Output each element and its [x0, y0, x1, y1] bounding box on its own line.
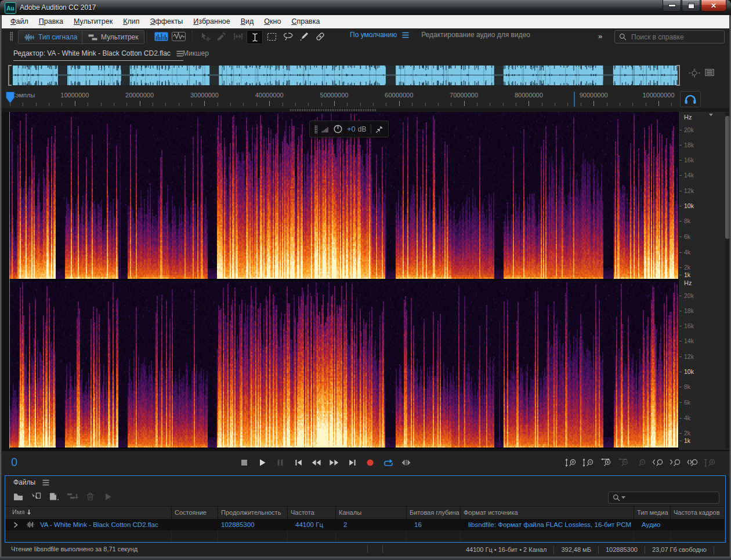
lasso-selection-tool-button[interactable]	[280, 30, 295, 43]
files-search-input[interactable]	[629, 493, 701, 503]
skip-to-start-button[interactable]	[291, 457, 305, 468]
ruler-tick	[412, 103, 412, 106]
overview-zoom-reset-icon[interactable]	[689, 68, 700, 78]
stop-button[interactable]	[237, 457, 251, 468]
import-file-button[interactable]	[31, 492, 41, 501]
horizontal-scrollbar-grip[interactable]	[290, 109, 377, 111]
zoom-in-vertical-button[interactable]	[563, 457, 579, 468]
loop-playback-button[interactable]	[381, 457, 395, 468]
zoom-out-vertical-button[interactable]	[581, 457, 596, 468]
status-audio-format: 44100 Гц • 16-бит • 2 Канал	[466, 546, 547, 553]
frequency-scale-panel[interactable]: Hz20k18k16k14k12k10k8k6k4k2k1k Hz20k18k1…	[678, 112, 730, 450]
file-name[interactable]: VA - White Mink - Black Cotton CD2.flac	[40, 521, 158, 528]
ruler-tick	[49, 103, 49, 106]
column-header-status[interactable]: Состояние	[175, 509, 207, 516]
monitor-toggle-button[interactable]	[680, 91, 701, 107]
column-header-frame-rate[interactable]: Частота кадров	[674, 509, 720, 516]
skip-to-end-button[interactable]	[345, 457, 359, 468]
menu-edit[interactable]: Правка	[34, 15, 68, 28]
column-header-channels[interactable]: Каналы	[339, 509, 361, 516]
hud-gain-value[interactable]: +0	[347, 125, 356, 133]
skip-selection-button[interactable]	[399, 457, 413, 468]
column-header-source-format[interactable]: Формат источника	[464, 509, 518, 516]
insert-into-multitrack-button[interactable]	[67, 492, 78, 501]
zoom-selection-button[interactable]	[685, 457, 701, 468]
rewind-button[interactable]	[309, 457, 323, 468]
zoom-left-edge-button[interactable]	[650, 457, 666, 468]
files-search-box[interactable]	[608, 492, 719, 504]
spot-heal-tool-button[interactable]	[313, 30, 328, 43]
new-item-button[interactable]	[49, 492, 59, 501]
paintbrush-tool-button[interactable]	[296, 30, 312, 43]
tab-mixer[interactable]: Микшер	[183, 49, 209, 57]
zoom-reset-button[interactable]	[633, 457, 649, 468]
move-tool-button[interactable]	[198, 30, 213, 43]
zoom-full-button[interactable]	[703, 457, 718, 468]
time-display[interactable]: 0	[11, 456, 17, 469]
timeline-ruler[interactable]: Сэмплы 100000002000000030000000400000005…	[2, 90, 729, 108]
close-button[interactable]: ✕	[701, 0, 726, 12]
ruler-tick	[114, 103, 114, 106]
waveform-view-toggle[interactable]	[171, 30, 186, 43]
menu-help[interactable]: Справка	[286, 15, 325, 28]
freq-label: 8k	[684, 383, 690, 390]
restore-button[interactable]	[682, 0, 700, 12]
zoom-out-horizontal-button[interactable]	[616, 457, 631, 468]
play-button[interactable]	[255, 457, 269, 468]
fast-forward-button[interactable]	[327, 457, 341, 468]
toolbar-overflow-button[interactable]: »	[598, 32, 602, 41]
record-button[interactable]	[363, 457, 377, 468]
razor-tool-button[interactable]	[214, 30, 229, 43]
zoom-right-edge-button[interactable]	[668, 457, 683, 468]
row-expand-chevron-icon[interactable]	[13, 522, 18, 528]
workspace-menu-icon[interactable]	[402, 32, 409, 38]
overview-display-menu-icon[interactable]	[705, 68, 714, 77]
hud-drag-handle[interactable]	[314, 125, 317, 133]
tab-editor[interactable]: Редактор: VA - White Mink - Black Cotton…	[13, 49, 183, 61]
menu-multitrack[interactable]: Мультитрек	[68, 15, 118, 28]
column-header-duration[interactable]: Продолжительность	[221, 509, 281, 516]
column-header-media-type[interactable]: Тип медиа	[637, 509, 668, 516]
help-search-box[interactable]	[614, 30, 725, 43]
ruler-tick	[347, 103, 348, 106]
menu-clip[interactable]: Клип	[118, 15, 144, 28]
freq-scale-caret-down-icon[interactable]	[709, 114, 713, 117]
freq-label: 6k	[684, 399, 690, 406]
preview-play-button[interactable]	[104, 493, 112, 501]
zoom-in-horizontal-button[interactable]	[598, 457, 614, 468]
playhead-marker[interactable]	[5, 91, 15, 104]
pin-icon[interactable]	[375, 125, 383, 133]
waveform-editor-mode-button[interactable]: Тип сигнала	[18, 30, 84, 44]
waveform-overview[interactable]	[8, 64, 682, 87]
column-header-name[interactable]: Имя	[12, 508, 31, 515]
open-file-button[interactable]	[13, 493, 23, 501]
slip-tool-button[interactable]	[230, 30, 245, 43]
menu-file[interactable]: Файл	[5, 15, 34, 28]
menu-view[interactable]: Вид	[236, 15, 259, 28]
minimize-button[interactable]	[663, 0, 681, 12]
files-panel-menu-icon[interactable]	[42, 479, 49, 486]
toolbar-grip[interactable]	[10, 32, 13, 41]
files-panel-title[interactable]: Файлы	[13, 478, 35, 486]
spectrogram-canvas[interactable]	[9, 112, 678, 449]
multitrack-mode-button[interactable]: Мультитрек	[82, 30, 144, 44]
gain-knob[interactable]	[333, 124, 343, 134]
time-selection-tool-button[interactable]	[247, 30, 263, 44]
column-header-sample-rate[interactable]: Частота	[291, 509, 314, 516]
spectral-view-toggle[interactable]	[154, 30, 169, 43]
menu-effects[interactable]: Эффекты	[145, 15, 189, 28]
column-header-bit-depth[interactable]: Битовая глубина	[410, 509, 459, 516]
files-table-header: Имя Состояние Продолжительность Частота …	[5, 506, 724, 519]
pause-button[interactable]	[273, 457, 287, 468]
menu-window[interactable]: Окно	[259, 15, 286, 28]
menu-favorites[interactable]: Избранное	[188, 15, 235, 28]
freq-tick	[679, 387, 682, 387]
file-row[interactable]: VA - White Mink - Black Cotton CD2.flac …	[5, 519, 724, 530]
title-bar[interactable]: Au Adobe Audition CC 2017 ✕	[0, 0, 731, 15]
delete-file-button[interactable]	[86, 492, 95, 501]
help-search-input[interactable]	[630, 32, 714, 42]
workspace-selector[interactable]: По умолчанию	[350, 31, 397, 39]
ruler-tick	[567, 103, 568, 106]
ruler-tick	[179, 103, 179, 106]
marquee-selection-tool-button[interactable]	[264, 30, 279, 43]
